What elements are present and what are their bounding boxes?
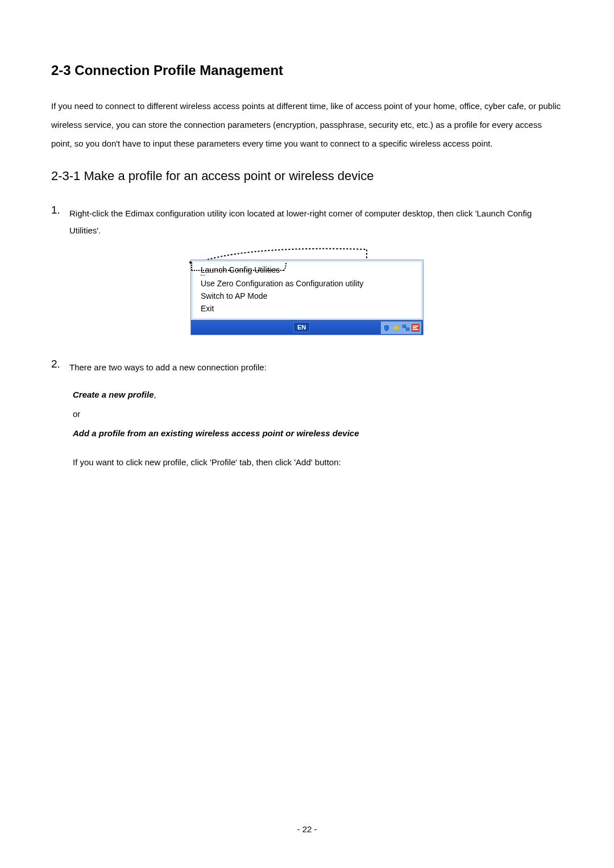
menu-item-zero-config[interactable]: Use Zero Configuration as Configuration … [193,277,421,290]
system-tray [380,321,421,334]
subsection-heading: 2-3-1 Make a profile for an access point… [51,169,563,183]
page-number: - 22 - [0,824,614,834]
svg-rect-6 [413,329,418,330]
step-1-text: Right-click the Edimax configuration uti… [69,204,563,239]
svg-rect-4 [413,326,418,327]
section-title: 2-3 Connection Profile Management [51,62,563,78]
or-label: or [73,406,563,423]
step-number-2: 2. [51,358,68,370]
svg-rect-5 [413,327,417,328]
intro-paragraph: If you need to connect to different wire… [51,97,563,153]
step-2-text: There are two ways to add a new connecti… [69,358,267,376]
create-profile-suffix: , [154,390,156,399]
menu-item-launch-config[interactable]: Launch Config Utilities [193,264,421,277]
context-menu-screenshot: Launch Config Utilities Use Zero Configu… [190,247,424,335]
network-icon[interactable] [401,323,410,332]
dotted-callout-top [190,247,424,261]
menu-item-exit[interactable]: Exit [193,302,421,315]
speaker-icon[interactable] [392,323,401,332]
edimax-tray-icon[interactable] [411,323,420,332]
svg-point-0 [189,261,192,264]
click-instruction: If you want to click new profile, click … [73,454,563,471]
create-profile-label: Create a new profile [73,390,154,399]
windows-taskbar: EN [191,320,423,335]
menu-item-switch-ap[interactable]: Switch to AP Mode [193,290,421,302]
step-number-1: 1. [51,204,68,216]
shield-icon[interactable] [382,323,391,332]
language-indicator[interactable]: EN [293,322,310,332]
create-profile-line: Create a new profile, [73,386,563,403]
svg-rect-2 [406,328,409,331]
add-profile-label: Add a profile from an existing wireless … [73,425,563,442]
dotted-highlight-box [188,260,291,273]
svg-rect-1 [403,325,406,328]
